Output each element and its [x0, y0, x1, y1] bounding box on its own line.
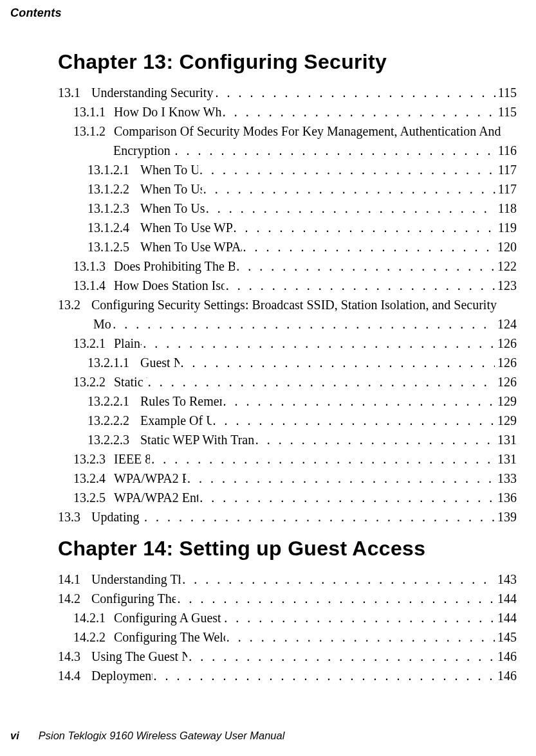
toc-entry-page: 118 [498, 199, 517, 218]
toc-entry-title: WPA/WPA2 Enterprise (RADIUS) [114, 488, 198, 507]
toc-entry-title: When To Use Plain-text [140, 160, 198, 179]
toc-entry: 13.2.2.2Example Of Using Static WEP129 [88, 411, 517, 430]
toc-entry: 14.4Deployment Example146 [58, 666, 517, 685]
toc-entry-page: 146 [497, 666, 517, 685]
toc-leader [177, 589, 495, 608]
toc-leader [174, 141, 495, 160]
toc-entry-title: When To Use WPA/WPA2 Enterprise (RADIUS) [140, 237, 242, 256]
toc-leader [154, 666, 495, 685]
toc-entry: 13.1.4How Does Station Isolation Protect… [73, 276, 517, 295]
toc-entry-title: When To Use IEEE 802.1x [140, 199, 205, 218]
toc-entry-title: Understanding The Guest Interface [91, 570, 181, 589]
toc-entry-title: Comparison Of Security Modes For Key Man… [114, 122, 501, 141]
toc-leader [113, 314, 495, 334]
toc-entry-title: Plain-text [114, 334, 142, 353]
toc-entry-number: 13.1.3 [73, 256, 114, 276]
toc-entry: 13.1.1How Do I Know Which Security Mode … [73, 102, 517, 122]
toc-entry-title: Using The Guest Network As A Client [91, 647, 187, 666]
toc-entry: 13.2.5WPA/WPA2 Enterprise (RADIUS)136 [73, 488, 517, 507]
toc-entry-number: 13.1.2.1 [88, 160, 140, 179]
toc-leader [199, 488, 495, 507]
toc-entry-number: 14.2.1 [73, 608, 114, 627]
toc-entry-page: 122 [497, 256, 517, 276]
toc-leader [213, 411, 495, 430]
toc-entry: 13.1.2.5When To Use WPA/WPA2 Enterprise … [88, 237, 517, 256]
toc-entry-number: 13.2.1.1 [88, 353, 140, 372]
toc-leader [223, 102, 495, 122]
toc-entry-page: 124 [497, 314, 517, 334]
toc-entry-continuation: Encryption Algorithms116 [113, 141, 517, 160]
toc-entry-number: 14.2.2 [73, 627, 114, 647]
toc-leader [181, 353, 495, 372]
toc-entry: 14.2.1Configuring A Guest Network On A V… [73, 608, 517, 627]
toc-leader [206, 199, 495, 218]
chapter-title: Chapter 14: Setting up Guest Access [58, 537, 517, 561]
toc-entry: 13.2.1.1Guest Network126 [88, 353, 517, 372]
toc-entry-title: Configuring The Welcome Screen (Captive … [114, 627, 225, 647]
toc-leader [187, 469, 495, 488]
toc-leader [243, 237, 495, 256]
toc-entry-title: Example Of Using Static WEP [140, 411, 212, 430]
toc-entry: 13.1.2.4When To Use WPA/WPA2 Personal (P… [88, 218, 517, 237]
toc-entry-page: 123 [497, 276, 517, 295]
toc-entry-number: 13.2.1 [73, 334, 114, 353]
toc-entry-page: 126 [497, 353, 517, 372]
toc-entry-title: Configuring The Guest Interface [91, 589, 176, 608]
toc-entry-page: 129 [497, 411, 517, 430]
toc-entry-title: Does Prohibiting The Broadcast SSID Enha… [114, 256, 235, 276]
toc-entry: 13.2.4WPA/WPA2 Personal (PSK)133 [73, 469, 517, 488]
toc-entry-title: When To Use Static WEP [140, 179, 202, 199]
toc-entry-page: 115 [498, 102, 517, 122]
toc-entry: 13.2.1Plain-text126 [73, 334, 517, 353]
toc-entry: 13.1Understanding Security Issues On Wir… [58, 83, 517, 102]
toc-entry-title: Static WEP With Transfer Key Indexes On … [140, 430, 254, 449]
toc-entry: 13.1.3Does Prohibiting The Broadcast SSI… [73, 256, 517, 276]
running-header: Contents [10, 6, 62, 20]
toc-entry-number: 13.1.1 [73, 102, 114, 122]
toc-entry-page: 117 [498, 160, 517, 179]
toc-entry-number: 13.2.4 [73, 469, 114, 488]
toc-entry-page: 129 [497, 392, 517, 411]
toc-entry: 13.1.2.3When To Use IEEE 802.1x118 [88, 199, 517, 218]
toc-entry-number: 13.1.2 [73, 122, 114, 141]
toc-entry: 13.1.2.2When To Use Static WEP117 [88, 179, 517, 199]
toc-entry-page: 144 [497, 608, 517, 627]
toc-entry: 13.1.2.1When To Use Plain-text117 [88, 160, 517, 179]
toc-entry-number: 14.2 [58, 589, 91, 608]
toc-entry-title: Guest Network [140, 353, 180, 372]
toc-entry-page: 117 [498, 179, 517, 199]
toc-entry-page: 119 [498, 218, 517, 237]
toc-entry-page: 133 [497, 469, 517, 488]
chapter-title: Chapter 13: Configuring Security [58, 50, 517, 74]
toc-leader [203, 179, 495, 199]
toc-leader [224, 608, 495, 627]
toc-leader [148, 372, 495, 392]
toc-entry-number: 13.3 [58, 507, 91, 526]
toc-entry: 14.2Configuring The Guest Interface144 [58, 589, 517, 608]
toc-entry: 13.1.2Comparison Of Security Modes For K… [73, 122, 517, 141]
toc-leader [236, 256, 495, 276]
footer: vi Psion Teklogix 9160 Wireless Gateway … [10, 730, 284, 742]
toc-entry-title: How Do I Know Which Security Mode To Use… [114, 102, 221, 122]
toc-leader [215, 83, 495, 102]
page: Contents Chapter 13: Configuring Securit… [0, 0, 536, 756]
toc-leader [182, 570, 495, 589]
toc-entry-page: 120 [497, 237, 517, 256]
toc-entry-page: 115 [498, 83, 517, 102]
toc-entry-number: 13.1 [58, 83, 91, 102]
toc-entry-number: 13.1.2.2 [88, 179, 140, 199]
toc-entry-page: 139 [497, 507, 517, 526]
toc-entry-number: 13.2.5 [73, 488, 114, 507]
toc-leader [226, 276, 495, 295]
toc-leader [223, 392, 495, 411]
toc-entry-title: When To Use WPA/WPA2 Personal (PSK) [140, 218, 232, 237]
toc-leader [143, 334, 495, 353]
toc-entry-number: 13.2.2.2 [88, 411, 140, 430]
toc-entry-page: 144 [497, 589, 517, 608]
toc-entry-page: 136 [497, 488, 517, 507]
toc-entry-number: 13.2.2.3 [88, 430, 140, 449]
toc-entry-number: 14.1 [58, 570, 91, 589]
toc-entry-number: 13.2.3 [73, 449, 114, 469]
toc-entry-page: 116 [498, 141, 517, 160]
toc-leader [255, 430, 495, 449]
